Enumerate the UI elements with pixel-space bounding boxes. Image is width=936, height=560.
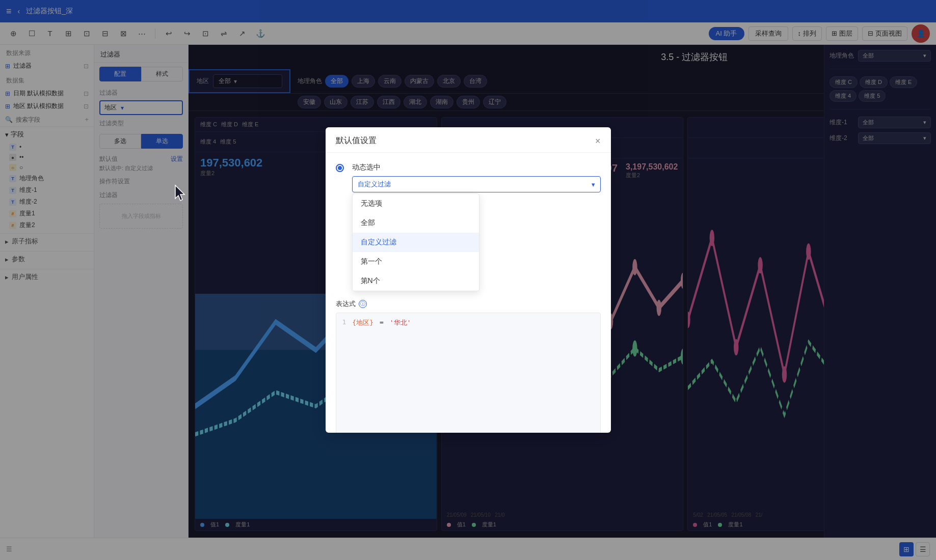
dynamic-option-label: 动态选中 <box>352 163 601 172</box>
dynamic-radio[interactable] <box>336 164 344 172</box>
dropdown-label-custom: 自定义过滤 <box>361 238 396 247</box>
dropdown-label-nth: 第N个 <box>361 276 380 286</box>
expr-label-text: 表达式 <box>336 299 356 309</box>
custom-filter-dropdown: 无选项 全部 自定义过滤 第一个 第N个 <box>352 193 479 291</box>
dropdown-label-none: 无选项 <box>361 199 382 208</box>
dropdown-item-all[interactable]: 全部 <box>353 213 479 233</box>
dialog-overlay[interactable]: 默认值设置 × 动态选中 自定义过滤 ▾ 无选项 <box>0 0 936 560</box>
expr-info-icon[interactable]: ⓘ <box>359 300 367 308</box>
default-value-dialog: 默认值设置 × 动态选中 自定义过滤 ▾ 无选项 <box>326 127 611 433</box>
dynamic-select-box[interactable]: 自定义过滤 ▾ <box>352 176 601 192</box>
code-line-num: 1 <box>342 318 346 327</box>
dialog-body: 动态选中 自定义过滤 ▾ 无选项 全部 <box>326 153 611 433</box>
dropdown-item-nth[interactable]: 第N个 <box>353 271 479 291</box>
code-bracket: {地区} <box>352 318 373 327</box>
dynamic-option-content: 动态选中 自定义过滤 ▾ 无选项 全部 <box>352 163 601 291</box>
dialog-close-button[interactable]: × <box>595 136 601 146</box>
code-val: '华北' <box>390 318 411 327</box>
dynamic-option-row: 动态选中 自定义过滤 ▾ 无选项 全部 <box>336 163 601 291</box>
select-box-text: 自定义过滤 <box>358 180 587 189</box>
expression-section: 表达式 ⓘ 1 {地区} = '华北' <box>336 299 601 433</box>
dropdown-item-first[interactable]: 第一个 <box>353 252 479 271</box>
code-area[interactable]: 1 {地区} = '华北' <box>336 313 601 433</box>
code-op: = <box>380 318 384 327</box>
select-box-arrow: ▾ <box>592 181 595 188</box>
dropdown-item-custom[interactable]: 自定义过滤 <box>353 233 479 252</box>
expr-label: 表达式 ⓘ <box>336 299 601 309</box>
dropdown-label-first: 第一个 <box>361 257 382 266</box>
dialog-header: 默认值设置 × <box>326 127 611 153</box>
dialog-title: 默认值设置 <box>336 135 377 146</box>
dropdown-label-all: 全部 <box>361 218 375 228</box>
code-line-1: 1 {地区} = '华北' <box>342 318 594 327</box>
dropdown-item-none[interactable]: 无选项 <box>353 194 479 213</box>
